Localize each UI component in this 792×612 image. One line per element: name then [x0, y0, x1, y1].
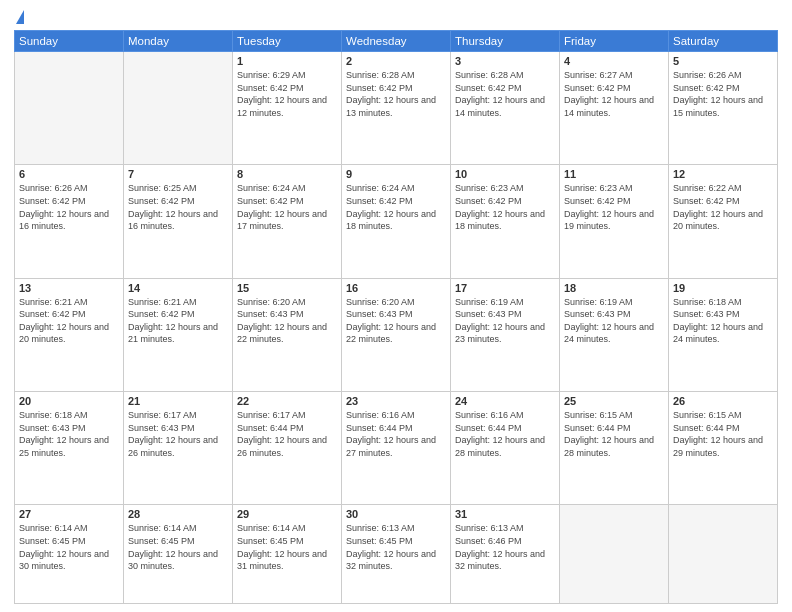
day-info: Sunrise: 6:24 AM Sunset: 6:42 PM Dayligh…	[346, 182, 446, 232]
day-number: 10	[455, 168, 555, 180]
day-number: 30	[346, 508, 446, 520]
day-number: 14	[128, 282, 228, 294]
calendar-cell: 5Sunrise: 6:26 AM Sunset: 6:42 PM Daylig…	[669, 52, 778, 165]
day-number: 31	[455, 508, 555, 520]
day-number: 29	[237, 508, 337, 520]
day-info: Sunrise: 6:23 AM Sunset: 6:42 PM Dayligh…	[455, 182, 555, 232]
day-info: Sunrise: 6:14 AM Sunset: 6:45 PM Dayligh…	[128, 522, 228, 572]
calendar-cell: 1Sunrise: 6:29 AM Sunset: 6:42 PM Daylig…	[233, 52, 342, 165]
day-info: Sunrise: 6:18 AM Sunset: 6:43 PM Dayligh…	[673, 296, 773, 346]
day-info: Sunrise: 6:18 AM Sunset: 6:43 PM Dayligh…	[19, 409, 119, 459]
day-number: 15	[237, 282, 337, 294]
day-info: Sunrise: 6:14 AM Sunset: 6:45 PM Dayligh…	[237, 522, 337, 572]
calendar-cell: 13Sunrise: 6:21 AM Sunset: 6:42 PM Dayli…	[15, 278, 124, 391]
weekday-header-row: SundayMondayTuesdayWednesdayThursdayFrid…	[15, 31, 778, 52]
calendar-cell: 27Sunrise: 6:14 AM Sunset: 6:45 PM Dayli…	[15, 505, 124, 604]
calendar-cell: 11Sunrise: 6:23 AM Sunset: 6:42 PM Dayli…	[560, 165, 669, 278]
day-number: 7	[128, 168, 228, 180]
week-row-5: 27Sunrise: 6:14 AM Sunset: 6:45 PM Dayli…	[15, 505, 778, 604]
day-info: Sunrise: 6:19 AM Sunset: 6:43 PM Dayligh…	[564, 296, 664, 346]
week-row-3: 13Sunrise: 6:21 AM Sunset: 6:42 PM Dayli…	[15, 278, 778, 391]
calendar-cell: 25Sunrise: 6:15 AM Sunset: 6:44 PM Dayli…	[560, 391, 669, 504]
day-info: Sunrise: 6:17 AM Sunset: 6:44 PM Dayligh…	[237, 409, 337, 459]
calendar-cell: 2Sunrise: 6:28 AM Sunset: 6:42 PM Daylig…	[342, 52, 451, 165]
weekday-header-tuesday: Tuesday	[233, 31, 342, 52]
week-row-2: 6Sunrise: 6:26 AM Sunset: 6:42 PM Daylig…	[15, 165, 778, 278]
day-number: 28	[128, 508, 228, 520]
day-info: Sunrise: 6:29 AM Sunset: 6:42 PM Dayligh…	[237, 69, 337, 119]
day-number: 3	[455, 55, 555, 67]
page: SundayMondayTuesdayWednesdayThursdayFrid…	[0, 0, 792, 612]
day-info: Sunrise: 6:28 AM Sunset: 6:42 PM Dayligh…	[346, 69, 446, 119]
day-info: Sunrise: 6:13 AM Sunset: 6:45 PM Dayligh…	[346, 522, 446, 572]
day-number: 2	[346, 55, 446, 67]
calendar-cell: 6Sunrise: 6:26 AM Sunset: 6:42 PM Daylig…	[15, 165, 124, 278]
weekday-header-sunday: Sunday	[15, 31, 124, 52]
day-info: Sunrise: 6:14 AM Sunset: 6:45 PM Dayligh…	[19, 522, 119, 572]
day-number: 13	[19, 282, 119, 294]
day-info: Sunrise: 6:26 AM Sunset: 6:42 PM Dayligh…	[673, 69, 773, 119]
calendar-cell: 9Sunrise: 6:24 AM Sunset: 6:42 PM Daylig…	[342, 165, 451, 278]
day-info: Sunrise: 6:24 AM Sunset: 6:42 PM Dayligh…	[237, 182, 337, 232]
calendar-cell: 14Sunrise: 6:21 AM Sunset: 6:42 PM Dayli…	[124, 278, 233, 391]
calendar-cell: 22Sunrise: 6:17 AM Sunset: 6:44 PM Dayli…	[233, 391, 342, 504]
day-info: Sunrise: 6:15 AM Sunset: 6:44 PM Dayligh…	[673, 409, 773, 459]
day-number: 24	[455, 395, 555, 407]
day-info: Sunrise: 6:28 AM Sunset: 6:42 PM Dayligh…	[455, 69, 555, 119]
day-number: 22	[237, 395, 337, 407]
calendar-cell: 31Sunrise: 6:13 AM Sunset: 6:46 PM Dayli…	[451, 505, 560, 604]
day-number: 25	[564, 395, 664, 407]
calendar-cell: 24Sunrise: 6:16 AM Sunset: 6:44 PM Dayli…	[451, 391, 560, 504]
calendar-cell: 21Sunrise: 6:17 AM Sunset: 6:43 PM Dayli…	[124, 391, 233, 504]
logo-triangle-icon	[16, 10, 24, 24]
week-row-4: 20Sunrise: 6:18 AM Sunset: 6:43 PM Dayli…	[15, 391, 778, 504]
day-number: 9	[346, 168, 446, 180]
weekday-header-monday: Monday	[124, 31, 233, 52]
day-info: Sunrise: 6:22 AM Sunset: 6:42 PM Dayligh…	[673, 182, 773, 232]
day-number: 1	[237, 55, 337, 67]
day-info: Sunrise: 6:21 AM Sunset: 6:42 PM Dayligh…	[19, 296, 119, 346]
day-number: 20	[19, 395, 119, 407]
calendar-cell: 10Sunrise: 6:23 AM Sunset: 6:42 PM Dayli…	[451, 165, 560, 278]
calendar-cell	[560, 505, 669, 604]
day-info: Sunrise: 6:17 AM Sunset: 6:43 PM Dayligh…	[128, 409, 228, 459]
day-number: 23	[346, 395, 446, 407]
calendar-cell: 20Sunrise: 6:18 AM Sunset: 6:43 PM Dayli…	[15, 391, 124, 504]
day-number: 26	[673, 395, 773, 407]
calendar-cell: 29Sunrise: 6:14 AM Sunset: 6:45 PM Dayli…	[233, 505, 342, 604]
calendar-cell	[124, 52, 233, 165]
day-info: Sunrise: 6:25 AM Sunset: 6:42 PM Dayligh…	[128, 182, 228, 232]
day-number: 16	[346, 282, 446, 294]
logo	[14, 10, 24, 24]
weekday-header-saturday: Saturday	[669, 31, 778, 52]
day-info: Sunrise: 6:16 AM Sunset: 6:44 PM Dayligh…	[346, 409, 446, 459]
calendar-cell	[15, 52, 124, 165]
calendar-cell	[669, 505, 778, 604]
day-number: 8	[237, 168, 337, 180]
day-info: Sunrise: 6:26 AM Sunset: 6:42 PM Dayligh…	[19, 182, 119, 232]
calendar-table: SundayMondayTuesdayWednesdayThursdayFrid…	[14, 30, 778, 604]
header	[14, 10, 778, 24]
calendar-cell: 19Sunrise: 6:18 AM Sunset: 6:43 PM Dayli…	[669, 278, 778, 391]
calendar-cell: 15Sunrise: 6:20 AM Sunset: 6:43 PM Dayli…	[233, 278, 342, 391]
calendar-cell: 3Sunrise: 6:28 AM Sunset: 6:42 PM Daylig…	[451, 52, 560, 165]
day-info: Sunrise: 6:27 AM Sunset: 6:42 PM Dayligh…	[564, 69, 664, 119]
calendar-cell: 8Sunrise: 6:24 AM Sunset: 6:42 PM Daylig…	[233, 165, 342, 278]
calendar-cell: 26Sunrise: 6:15 AM Sunset: 6:44 PM Dayli…	[669, 391, 778, 504]
calendar-cell: 7Sunrise: 6:25 AM Sunset: 6:42 PM Daylig…	[124, 165, 233, 278]
day-info: Sunrise: 6:23 AM Sunset: 6:42 PM Dayligh…	[564, 182, 664, 232]
calendar-cell: 18Sunrise: 6:19 AM Sunset: 6:43 PM Dayli…	[560, 278, 669, 391]
day-info: Sunrise: 6:13 AM Sunset: 6:46 PM Dayligh…	[455, 522, 555, 572]
day-number: 19	[673, 282, 773, 294]
day-number: 18	[564, 282, 664, 294]
day-info: Sunrise: 6:20 AM Sunset: 6:43 PM Dayligh…	[237, 296, 337, 346]
calendar-cell: 17Sunrise: 6:19 AM Sunset: 6:43 PM Dayli…	[451, 278, 560, 391]
calendar-cell: 28Sunrise: 6:14 AM Sunset: 6:45 PM Dayli…	[124, 505, 233, 604]
day-number: 5	[673, 55, 773, 67]
week-row-1: 1Sunrise: 6:29 AM Sunset: 6:42 PM Daylig…	[15, 52, 778, 165]
calendar-cell: 30Sunrise: 6:13 AM Sunset: 6:45 PM Dayli…	[342, 505, 451, 604]
day-info: Sunrise: 6:21 AM Sunset: 6:42 PM Dayligh…	[128, 296, 228, 346]
day-number: 27	[19, 508, 119, 520]
day-number: 17	[455, 282, 555, 294]
weekday-header-wednesday: Wednesday	[342, 31, 451, 52]
